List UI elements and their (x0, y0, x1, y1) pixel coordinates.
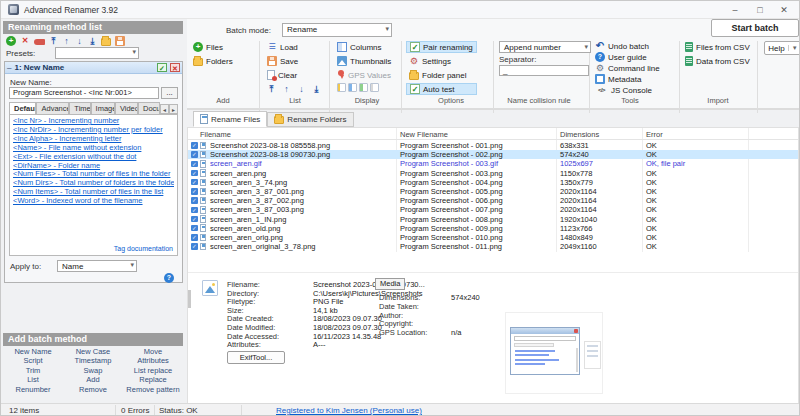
move-up-icon[interactable] (62, 36, 71, 46)
column-header-filename[interactable]: Filename (200, 130, 231, 139)
add-method-icon[interactable] (6, 36, 16, 46)
tag-link[interactable]: <Inc Alpha> - Incrementing letter (13, 135, 174, 144)
folder-panel-button[interactable]: Folder panel (409, 69, 477, 81)
method-enabled-checkbox[interactable] (157, 63, 167, 72)
tab-rename-folders[interactable]: Rename Folders (267, 112, 353, 127)
batch-mode-select[interactable]: Rename (282, 23, 392, 37)
tab-rename-files[interactable]: Rename Files (193, 111, 267, 127)
table-row[interactable]: Screenshot 2023-08-18 090730.pngProgram … (188, 150, 798, 159)
tag-documentation-link[interactable]: Tag documentation (114, 245, 173, 252)
row-checkbox[interactable] (191, 216, 198, 223)
clear-methods-icon[interactable] (34, 39, 45, 45)
tab-scroll-right-icon[interactable] (169, 104, 178, 114)
row-checkbox[interactable] (191, 161, 198, 168)
batch-method-link[interactable]: List (3, 375, 63, 384)
open-preset-icon[interactable] (101, 38, 111, 46)
help-button[interactable]: Help▼ (764, 41, 800, 55)
separator-input[interactable]: _ (499, 65, 589, 76)
tag-link[interactable]: <Num Dirs> - Total number of folders in … (13, 179, 174, 188)
row-checkbox[interactable] (191, 207, 198, 214)
js-console-button[interactable]: JS Console (595, 85, 660, 96)
view-option-icon[interactable] (348, 83, 357, 92)
collision-rule-select[interactable]: Append number (499, 41, 591, 53)
method-tab-docu[interactable]: Docu (138, 102, 160, 114)
method-tab-image[interactable]: Image (91, 102, 115, 114)
list-load-button[interactable]: Load (267, 41, 321, 53)
table-row[interactable]: screen_aren_3_87_002.pngProgram Screensh… (188, 196, 798, 205)
view-option-icon[interactable] (370, 83, 379, 92)
browse-button[interactable]: ... (161, 87, 178, 99)
table-row[interactable]: screen_aren.pngProgram Screenshot - 003.… (188, 169, 798, 178)
metadata-button[interactable]: Metadata (595, 74, 660, 85)
move-up-icon[interactable] (282, 84, 291, 94)
delete-method-icon[interactable] (20, 36, 30, 46)
move-bottom-icon[interactable] (88, 36, 97, 46)
start-batch-button[interactable]: Start batch (711, 19, 799, 37)
batch-method-link[interactable]: Swap (63, 366, 123, 375)
thumbnails-button[interactable]: Thumbnails (337, 55, 391, 67)
table-row[interactable]: screen_aren_old.pngProgram Screenshot - … (188, 224, 798, 233)
tab-scroll-left-icon[interactable] (160, 104, 169, 114)
method-close-button[interactable] (170, 63, 180, 72)
tag-link[interactable]: <Inc Nr> - Incrementing number (13, 117, 174, 126)
table-row[interactable]: screen_aren_1_IN.pngProgram Screenshot -… (188, 215, 798, 224)
method-tab-time[interactable]: Time (69, 102, 90, 114)
batch-method-link[interactable]: Replace (123, 375, 183, 384)
row-checkbox[interactable] (191, 243, 198, 250)
row-checkbox[interactable] (191, 188, 198, 195)
tag-link[interactable]: <Num Files> - Total number of files in t… (13, 170, 174, 179)
batch-method-link[interactable]: Timestamp (63, 356, 123, 365)
settings-button[interactable]: Settings (409, 55, 477, 67)
tag-link[interactable]: <Inc NrDir> - Incrementing number per fo… (13, 126, 174, 135)
list-save-button[interactable]: Save (267, 55, 321, 67)
tag-link[interactable]: <Word> - Indexed word of the filename (13, 197, 174, 206)
row-checkbox[interactable] (191, 170, 198, 177)
row-checkbox[interactable] (191, 234, 198, 241)
registered-link[interactable]: Registered to Kim Jensen (Personal use) (276, 406, 422, 415)
undo-batch-button[interactable]: Undo batch (595, 41, 660, 52)
command-line-button[interactable]: Command line (595, 63, 660, 74)
new-name-input[interactable]: Program Screenshot - <Inc Nr:001> (9, 87, 159, 99)
batch-method-link[interactable]: Move (123, 347, 183, 356)
batch-method-link[interactable]: Remove pattern (123, 385, 183, 394)
apply-to-select[interactable]: Name (57, 260, 137, 272)
auto-test-toggle[interactable]: Auto test (406, 83, 477, 95)
list-clear-button[interactable]: Clear (267, 69, 321, 81)
tag-link[interactable]: <Ext> - File extension without the dot (13, 153, 174, 162)
table-row[interactable]: screen_aren_orig.pngProgram Screenshot -… (188, 233, 798, 242)
add-folders-button[interactable]: Folders (193, 55, 233, 67)
tag-link[interactable]: <Name> - File name without extension (13, 144, 174, 153)
method-tab-default[interactable]: Default (9, 102, 36, 114)
row-checkbox[interactable] (191, 142, 198, 149)
tag-link[interactable]: <DirName> - Folder name (13, 162, 174, 171)
move-bottom-icon[interactable] (312, 84, 321, 94)
table-row[interactable]: screen_aren_3_87_003.pngProgram Screensh… (188, 205, 798, 214)
view-option-icon[interactable] (337, 83, 346, 92)
row-checkbox[interactable] (191, 197, 198, 204)
files-from-csv-button[interactable]: Files from CSV (685, 41, 750, 53)
maximize-button[interactable] (748, 3, 772, 17)
table-row[interactable]: Screenshot 2023-08-18 085558.pngProgram … (188, 141, 798, 150)
row-checkbox[interactable] (191, 179, 198, 186)
exiftool-button[interactable]: ExifTool... (227, 351, 285, 364)
batch-method-link[interactable]: Remove (63, 385, 123, 394)
batch-method-link[interactable]: List replace (123, 366, 183, 375)
gps-values-button[interactable]: GPS Values (337, 69, 391, 81)
batch-method-link[interactable]: Trim (3, 366, 63, 375)
batch-method-link[interactable]: Add (63, 375, 123, 384)
add-files-button[interactable]: Files (193, 41, 233, 53)
move-down-icon[interactable] (75, 36, 84, 46)
data-from-csv-button[interactable]: Data from CSV (685, 55, 750, 67)
columns-button[interactable]: Columns (337, 41, 391, 53)
pair-renaming-toggle[interactable]: Pair renaming (406, 41, 477, 53)
batch-method-link[interactable]: New Name (3, 347, 63, 356)
method-panel-titlebar[interactable]: – 1: New Name (5, 62, 182, 74)
media-tab[interactable]: Media (375, 278, 405, 290)
move-down-icon[interactable] (297, 84, 306, 94)
batch-method-link[interactable]: Renumber (3, 385, 63, 394)
row-checkbox[interactable] (191, 225, 198, 232)
table-row[interactable]: screen_aren.gifProgram Screenshot - 003.… (188, 159, 798, 168)
column-header-error[interactable]: Error (646, 130, 663, 139)
move-top-icon[interactable] (49, 36, 58, 46)
user-guide-button[interactable]: User guide (595, 52, 660, 63)
